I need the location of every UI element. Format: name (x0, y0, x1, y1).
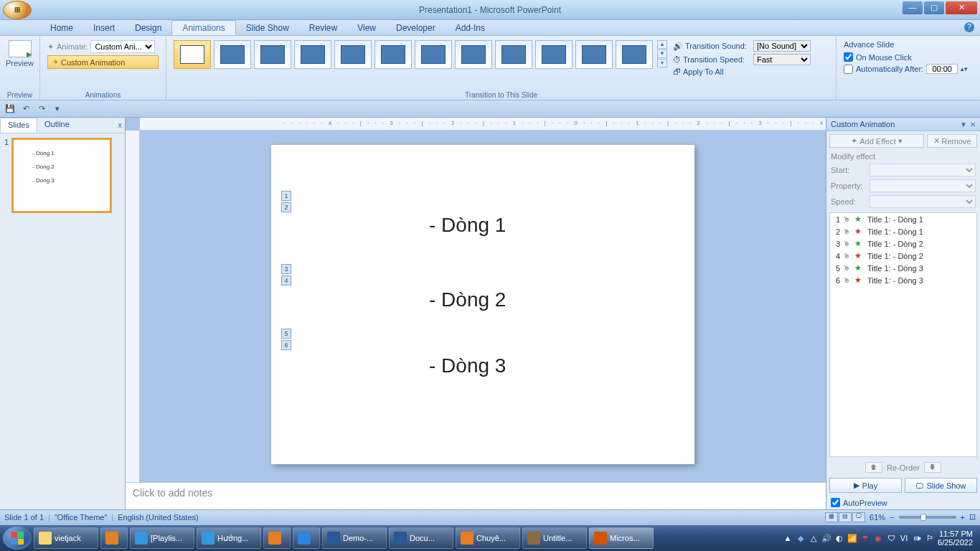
taskbar-item[interactable]: Docu... (389, 527, 453, 549)
tray-icon[interactable]: ◐ (834, 533, 844, 543)
transition-item[interactable] (334, 40, 372, 69)
maximize-button[interactable]: ▢ (924, 1, 944, 14)
qat-dropdown[interactable]: ▾ (52, 103, 63, 115)
transition-sound-select[interactable]: [No Sound] (753, 40, 811, 52)
normal-view-button[interactable]: ▦ (825, 512, 838, 522)
taskbar-item[interactable] (263, 527, 291, 549)
slides-tab[interactable]: Slides (0, 118, 37, 133)
tray-icon[interactable]: 🛡 (886, 533, 896, 543)
tab-slide-show[interactable]: Slide Show (236, 21, 299, 35)
add-effect-button[interactable]: ✦ Add Effect ▾ (829, 134, 924, 148)
animation-tag[interactable]: 3 (281, 264, 291, 274)
animation-tag[interactable]: 4 (281, 276, 291, 286)
tab-insert[interactable]: Insert (83, 21, 125, 35)
tray-up-icon[interactable]: ▲ (783, 533, 793, 543)
slide[interactable]: 123456- Dòng 1- Dòng 2- Dòng 3 (271, 145, 694, 464)
transition-item[interactable] (254, 40, 291, 69)
tab-animations[interactable]: Animations (171, 20, 235, 35)
zoom-in-button[interactable]: + (961, 513, 965, 522)
transition-item[interactable] (374, 40, 412, 69)
minimize-button[interactable]: — (903, 1, 923, 14)
autopreview-checkbox[interactable] (831, 498, 840, 507)
panel-close-icon[interactable]: x (118, 121, 123, 129)
taskbar-item[interactable]: vietjack (34, 527, 98, 549)
animation-list[interactable]: 1🖱★Title 1: - Dòng 12🖱★Title 1: - Dòng 1… (829, 212, 977, 457)
network-icon[interactable]: 📶 (847, 533, 857, 543)
animation-list-item[interactable]: 1🖱★Title 1: - Dòng 1 (830, 213, 976, 225)
zoom-slider[interactable] (899, 516, 956, 519)
gallery-scroll[interactable]: ▲▼▾ (657, 40, 667, 67)
animation-list-item[interactable]: 6🖱★Title 1: - Dòng 3 (830, 274, 976, 286)
transition-item[interactable] (415, 40, 452, 69)
lang-icon[interactable]: VI (899, 533, 909, 543)
taskbar-item[interactable] (100, 527, 128, 549)
play-button[interactable]: ▶ Play (829, 478, 902, 493)
taskbar-item[interactable]: [Playlis... (130, 527, 194, 549)
preview-button[interactable]: Preview (4, 37, 35, 70)
outline-tab[interactable]: Outline (37, 118, 77, 133)
slideshow-view-button[interactable]: 🖵 (852, 512, 865, 522)
tray-icon[interactable]: 🕪 (912, 533, 922, 543)
zoom-out-button[interactable]: − (890, 513, 894, 522)
sorter-view-button[interactable]: ▤ (839, 512, 852, 522)
animate-select[interactable]: Custom Ani... (90, 40, 155, 53)
auto-after-checkbox[interactable]: Automatically After: ▴▾ (844, 64, 973, 74)
save-button[interactable]: 💾 (4, 103, 16, 115)
apply-to-all-button[interactable]: 🗗 Apply To All (673, 67, 811, 76)
taskbar-item[interactable]: Hướng... (197, 527, 261, 549)
property-select[interactable] (870, 179, 976, 192)
animation-list-item[interactable]: 2🖱★Title 1: - Dòng 1 (830, 225, 976, 237)
tab-add-ins[interactable]: Add-Ins (446, 21, 495, 35)
tab-review[interactable]: Review (299, 21, 347, 35)
custom-animation-button[interactable]: Custom Animation (47, 55, 159, 69)
slideshow-button[interactable]: 🖵 Slide Show (905, 478, 977, 493)
volume-icon[interactable]: 🔊 (821, 533, 831, 543)
redo-button[interactable]: ↷ (36, 103, 47, 115)
flag-icon[interactable]: 🏳 (925, 533, 935, 543)
transition-item[interactable] (455, 40, 492, 69)
close-button[interactable]: ✕ (946, 1, 977, 14)
start-select[interactable] (870, 164, 976, 176)
slide-text-line[interactable]: - Dòng 1 (429, 214, 506, 237)
transition-item[interactable] (535, 40, 573, 69)
tray-icon[interactable]: ◉ (873, 533, 883, 543)
auto-after-time[interactable] (926, 64, 958, 74)
animation-tag[interactable]: 2 (281, 202, 291, 212)
animation-list-item[interactable]: 5🖱★Title 1: - Dòng 3 (830, 262, 976, 274)
slide-thumbnail[interactable]: 1 - Dòng 1- Dòng 2- Dòng 3 (4, 138, 121, 213)
transition-item[interactable] (214, 40, 251, 69)
tab-developer[interactable]: Developer (386, 21, 446, 35)
undo-button[interactable]: ↶ (20, 103, 32, 115)
transition-speed-select[interactable]: Fast (753, 54, 811, 65)
notes-pane[interactable]: Click to add notes (126, 482, 826, 509)
tab-home[interactable]: Home (40, 21, 83, 35)
animation-list-item[interactable]: 4🖱★Title 1: - Dòng 2 (830, 250, 976, 262)
office-button[interactable]: ⊞ (3, 1, 32, 19)
taskbar-item[interactable]: Chuyê... (456, 527, 520, 549)
transition-item[interactable] (616, 40, 653, 69)
animation-list-item[interactable]: 3🖱★Title 1: - Dòng 2 (830, 237, 976, 250)
tab-design[interactable]: Design (125, 21, 171, 35)
tab-view[interactable]: View (347, 21, 386, 35)
transition-item[interactable] (575, 40, 613, 69)
taskbar-item[interactable]: Micros... (589, 527, 654, 549)
speed-select[interactable] (870, 195, 976, 208)
pane-dropdown-icon[interactable]: ▼ (960, 121, 967, 128)
slide-text-line[interactable]: - Dòng 2 (429, 288, 506, 311)
tray-icon[interactable]: △ (809, 533, 819, 543)
system-tray[interactable]: ▲ ◆ △ 🔊 ◐ 📶 ☂ ◉ 🛡 VI 🕪 🏳 11:57 PM6/25/20… (783, 529, 977, 547)
help-icon[interactable]: ? (964, 22, 974, 32)
slide-text-line[interactable]: - Dòng 3 (429, 354, 506, 377)
clock[interactable]: 11:57 PM6/25/2022 (938, 529, 973, 547)
reorder-down-button[interactable]: 🡇 (924, 462, 941, 473)
animation-tag[interactable]: 5 (281, 329, 291, 339)
start-button[interactable] (3, 527, 32, 550)
slide-canvas[interactable]: 123456- Dòng 1- Dòng 2- Dòng 3 (140, 131, 826, 482)
status-language[interactable]: English (United States) (118, 513, 199, 522)
transition-item[interactable] (294, 40, 331, 69)
reorder-up-button[interactable]: 🡅 (865, 462, 882, 473)
transition-none[interactable] (174, 40, 211, 69)
pane-close-icon[interactable]: ✕ (970, 121, 976, 128)
taskbar-item[interactable] (293, 527, 320, 549)
taskbar-item[interactable]: Untitle... (522, 527, 587, 549)
